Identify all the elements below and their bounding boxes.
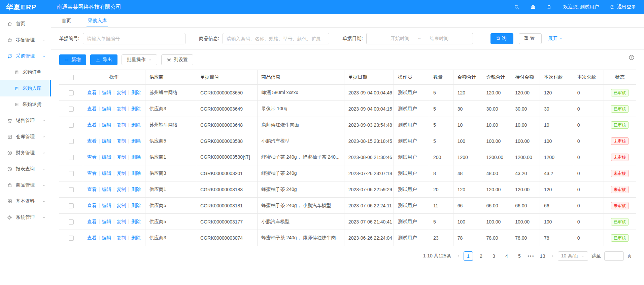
row-action-link[interactable]: 删除 bbox=[131, 170, 141, 176]
row-action-link[interactable]: 查看 bbox=[87, 219, 97, 224]
row-checkbox[interactable] bbox=[69, 139, 74, 144]
jump-page-input[interactable] bbox=[604, 251, 624, 261]
row-action-link[interactable]: 编辑 bbox=[102, 170, 111, 176]
sidebar-item[interactable]: 商品管理 bbox=[0, 177, 51, 193]
expand-filters-link[interactable]: 展开 bbox=[548, 36, 563, 42]
table-container: 操作供应商单据编号商品信息单据日期操作员数量金额合计含税合计待付金额本次付款本次… bbox=[51, 70, 644, 246]
search-button[interactable]: 查询 bbox=[490, 33, 513, 44]
row-action-link[interactable]: 删除 bbox=[131, 187, 141, 192]
prev-page-button[interactable] bbox=[456, 254, 460, 258]
row-action-link[interactable]: 复制 bbox=[116, 90, 126, 95]
page-number[interactable]: 5 bbox=[515, 251, 524, 261]
bill-no-input[interactable] bbox=[83, 33, 185, 44]
row-action-link[interactable]: 删除 bbox=[131, 203, 141, 208]
row-checkbox[interactable] bbox=[69, 155, 74, 160]
logout-button[interactable]: 退出登录 bbox=[610, 4, 636, 10]
row-action-link[interactable]: 复制 bbox=[116, 154, 126, 160]
row-action-link[interactable]: 复制 bbox=[116, 235, 126, 240]
export-button[interactable]: 导出 bbox=[90, 54, 117, 65]
sidebar-subitem[interactable]: 采购订单 bbox=[0, 64, 51, 80]
row-checkbox[interactable] bbox=[69, 219, 74, 225]
batch-actions-button[interactable]: 批量操作 bbox=[122, 54, 157, 65]
sidebar-subitem[interactable]: 采购退货 bbox=[0, 96, 51, 113]
row-action-link[interactable]: 查看 bbox=[87, 170, 97, 176]
row-action-link[interactable]: 复制 bbox=[116, 170, 126, 176]
row-action-link[interactable]: 编辑 bbox=[102, 154, 111, 160]
sidebar-item[interactable]: 销售管理 bbox=[0, 113, 51, 129]
sidebar-item[interactable]: 仓库管理 bbox=[0, 129, 51, 145]
row-checkbox[interactable] bbox=[69, 123, 74, 128]
page-size-select[interactable]: 10 条/页 bbox=[558, 251, 588, 261]
sidebar-subitem[interactable]: 采购入库 bbox=[0, 80, 51, 96]
sidebar-item[interactable]: 系统管理 bbox=[0, 209, 51, 226]
help-icon[interactable] bbox=[629, 54, 635, 62]
chevron-down-icon bbox=[42, 119, 46, 123]
add-button[interactable]: 新增 bbox=[59, 54, 86, 65]
page-number[interactable]: 4 bbox=[502, 251, 511, 261]
row-checkbox[interactable] bbox=[69, 107, 74, 112]
jump-suffix: 页 bbox=[627, 253, 632, 259]
bank-icon[interactable] bbox=[530, 4, 536, 10]
next-page-button[interactable] bbox=[551, 254, 554, 258]
row-action-link[interactable]: 编辑 bbox=[102, 219, 111, 224]
row-checkbox[interactable] bbox=[69, 171, 74, 176]
row-action-link[interactable]: 编辑 bbox=[102, 203, 111, 208]
row-action-link[interactable]: 复制 bbox=[116, 187, 126, 192]
row-checkbox[interactable] bbox=[69, 90, 74, 95]
row-action-link[interactable]: 删除 bbox=[131, 138, 141, 144]
row-action-link[interactable]: 查看 bbox=[87, 90, 97, 95]
tab[interactable]: 采购入库 bbox=[87, 14, 108, 27]
date-range-picker[interactable]: 开始时间 ~ 结束时间 bbox=[366, 33, 473, 44]
goods-info-input[interactable] bbox=[223, 33, 329, 44]
page-ellipsis[interactable]: ••• bbox=[528, 253, 535, 259]
column-settings-button[interactable]: 列设置 bbox=[161, 54, 193, 65]
row-action-link[interactable]: 查看 bbox=[87, 187, 97, 192]
row-action-link[interactable]: 查看 bbox=[87, 235, 97, 240]
row-action-link[interactable]: 删除 bbox=[131, 122, 141, 127]
row-action-link[interactable]: 复制 bbox=[116, 122, 126, 127]
cell-tax-total: 120.00 bbox=[482, 181, 511, 198]
search-icon[interactable] bbox=[514, 4, 519, 10]
page-number[interactable]: 13 bbox=[538, 251, 547, 261]
row-action-link[interactable]: 查看 bbox=[87, 106, 97, 111]
bell-icon[interactable] bbox=[546, 4, 552, 10]
reset-button[interactable]: 重置 bbox=[519, 33, 542, 44]
row-action-link[interactable]: 查看 bbox=[87, 154, 97, 160]
row-actions: 查看|编辑|复制|删除 bbox=[83, 165, 145, 181]
row-action-link[interactable]: 编辑 bbox=[102, 90, 111, 95]
page-number[interactable]: 2 bbox=[476, 251, 486, 261]
page-number[interactable]: 3 bbox=[489, 251, 499, 261]
row-action-link[interactable]: 删除 bbox=[131, 154, 141, 160]
row-action-link[interactable]: 复制 bbox=[116, 106, 126, 111]
row-checkbox[interactable] bbox=[69, 187, 74, 192]
select-all-checkbox[interactable] bbox=[69, 75, 74, 80]
row-action-link[interactable]: 编辑 bbox=[102, 138, 111, 144]
sidebar-item[interactable]: 采购管理 bbox=[0, 48, 51, 64]
chevron-down-icon bbox=[42, 135, 46, 139]
cell-debt: 0 bbox=[573, 198, 604, 214]
sidebar-item[interactable]: 首页 bbox=[0, 16, 51, 32]
row-action-link[interactable]: 复制 bbox=[116, 219, 126, 224]
row-action-link[interactable]: 删除 bbox=[131, 235, 141, 240]
row-action-link[interactable]: 删除 bbox=[131, 90, 141, 95]
row-action-link[interactable]: 复制 bbox=[116, 203, 126, 208]
row-action-link[interactable]: 编辑 bbox=[102, 122, 111, 127]
row-action-link[interactable]: 查看 bbox=[87, 138, 97, 144]
sidebar-item[interactable]: 零售管理 bbox=[0, 32, 51, 48]
row-action-link[interactable]: 查看 bbox=[87, 122, 97, 127]
row-checkbox[interactable] bbox=[69, 203, 74, 208]
sidebar-item[interactable]: 财务管理 bbox=[0, 145, 51, 161]
row-action-link[interactable]: 查看 bbox=[87, 203, 97, 208]
page-number[interactable]: 1 bbox=[464, 251, 473, 261]
sidebar-item[interactable]: 基本资料 bbox=[0, 193, 51, 209]
row-checkbox[interactable] bbox=[69, 236, 74, 241]
cell-debt: 0 bbox=[573, 85, 604, 101]
row-action-link[interactable]: 删除 bbox=[131, 219, 141, 224]
row-action-link[interactable]: 编辑 bbox=[102, 235, 111, 240]
row-action-link[interactable]: 编辑 bbox=[102, 106, 111, 111]
row-action-link[interactable]: 复制 bbox=[116, 138, 126, 144]
sidebar-item[interactable]: 报表查询 bbox=[0, 161, 51, 177]
row-action-link[interactable]: 编辑 bbox=[102, 187, 111, 192]
row-action-link[interactable]: 删除 bbox=[131, 106, 141, 111]
tab[interactable]: 首页 bbox=[60, 14, 72, 27]
